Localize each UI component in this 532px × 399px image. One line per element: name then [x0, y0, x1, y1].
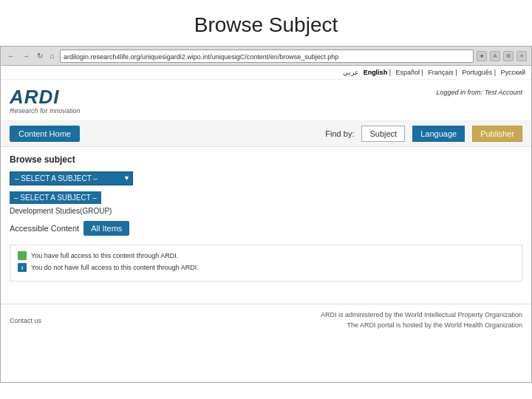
ext-icon1[interactable]: A [490, 51, 500, 61]
site-header: ARDI Research for Innovation Logged in f… [1, 80, 531, 121]
logo-area: ARDI Research for Innovation [10, 86, 81, 115]
reload-btn[interactable]: ↻ [35, 51, 45, 61]
dropdown-wrapper: – SELECT A SUBJECT – Development Studies… [10, 171, 133, 185]
legend-no-access: i You do not have full access to this co… [18, 263, 514, 272]
footer-contact: Contact us [10, 317, 41, 324]
ext-icon2[interactable]: ⚙ [503, 51, 514, 61]
back-btn[interactable]: ← [5, 51, 17, 61]
logged-in-label: Logged in from: [437, 89, 483, 96]
account-name: Test Account [485, 89, 522, 96]
publisher-button[interactable]: Publisher [472, 126, 522, 142]
dropdown-row: – SELECT A SUBJECT – Development Studies… [10, 171, 522, 185]
no-access-text: You do not have full access to this cont… [31, 264, 199, 271]
logo: ARDI [10, 86, 81, 109]
lang-francais[interactable]: Français [428, 69, 454, 76]
page-title: Browse Subject [0, 0, 532, 46]
selected-subject-display: – SELECT A SUBJECT – [10, 191, 101, 204]
logged-in-text: Logged in from: Test Account [437, 86, 522, 96]
language-button[interactable]: Language [412, 126, 465, 142]
lang-espanol[interactable]: Español [395, 69, 420, 76]
all-items-button[interactable]: All Items [83, 221, 129, 236]
page-frame: عربي English | Español | Français | Port… [0, 65, 532, 383]
footer-admin-line2: The ARDI portal is hosted by the World H… [321, 321, 522, 331]
browser-chrome: ← → ↻ ⌂ ardilogin.research4life.org/uniq… [0, 46, 532, 65]
subject-select[interactable]: – SELECT A SUBJECT – Development Studies… [10, 171, 133, 185]
home-btn[interactable]: ⌂ [48, 51, 57, 61]
legend-full-access: You have full access to this content thr… [18, 251, 514, 260]
accessible-content-row: Accessible Content All Items [10, 221, 522, 236]
lang-arabic[interactable]: عربي [343, 69, 358, 76]
logo-tagline: Research for Innovation [10, 107, 81, 115]
browse-subject-title: Browse subject [10, 154, 522, 165]
menu-icon[interactable]: ≡ [516, 51, 527, 61]
content-home-button[interactable]: Content Home [10, 126, 80, 142]
green-icon [18, 251, 27, 260]
footer-admin-line1: ARDI is administered by the World Intell… [321, 310, 522, 321]
nav-bar: Content Home Find by: Subject Language P… [1, 121, 531, 147]
find-by-label: Find by: [325, 129, 354, 138]
language-bar: عربي English | Español | Français | Port… [1, 66, 531, 80]
page-footer: Contact us ARDI is administered by the W… [1, 304, 531, 336]
lang-english[interactable]: English [364, 69, 388, 76]
content-area: Browse subject – SELECT A SUBJECT – Deve… [1, 147, 531, 289]
subject-button[interactable]: Subject [361, 126, 405, 142]
lang-portugues[interactable]: Português [462, 69, 492, 76]
forward-btn[interactable]: → [20, 51, 32, 61]
star-icon[interactable]: ★ [477, 51, 487, 61]
lang-russian[interactable]: Русский [501, 69, 525, 76]
info-icon: i [18, 263, 27, 272]
development-studies-label: Development Studies(GROUP) [10, 207, 522, 215]
legend-area: You have full access to this content thr… [10, 245, 522, 282]
address-bar[interactable]: ardilogin.research4life.org/uniquesigard… [60, 50, 474, 63]
footer-admin: ARDI is administered by the World Intell… [321, 310, 522, 330]
accessible-label: Accessible Content [10, 224, 79, 233]
full-access-text: You have full access to this content thr… [31, 252, 178, 259]
